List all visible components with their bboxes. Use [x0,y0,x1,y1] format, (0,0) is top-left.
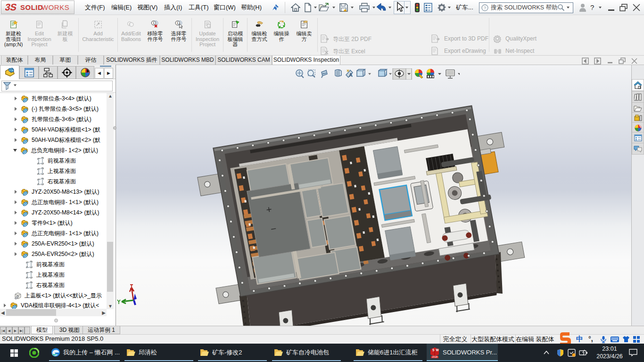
svg-text:A: A [349,72,353,78]
svg-text:3S: 3S [5,2,18,12]
svg-text:S: S [432,348,435,351]
svg-text:W: W [436,348,439,351]
svg-text:1: 1 [129,23,130,25]
svg-text:1: 1 [153,21,155,25]
svg-text:SOLID: SOLID [20,3,43,11]
svg-text:?: ? [484,6,486,10]
svg-text:2018: 2018 [432,355,438,358]
svg-text:WORKS: WORKS [41,3,69,11]
svg-text:1: 1 [177,21,179,25]
